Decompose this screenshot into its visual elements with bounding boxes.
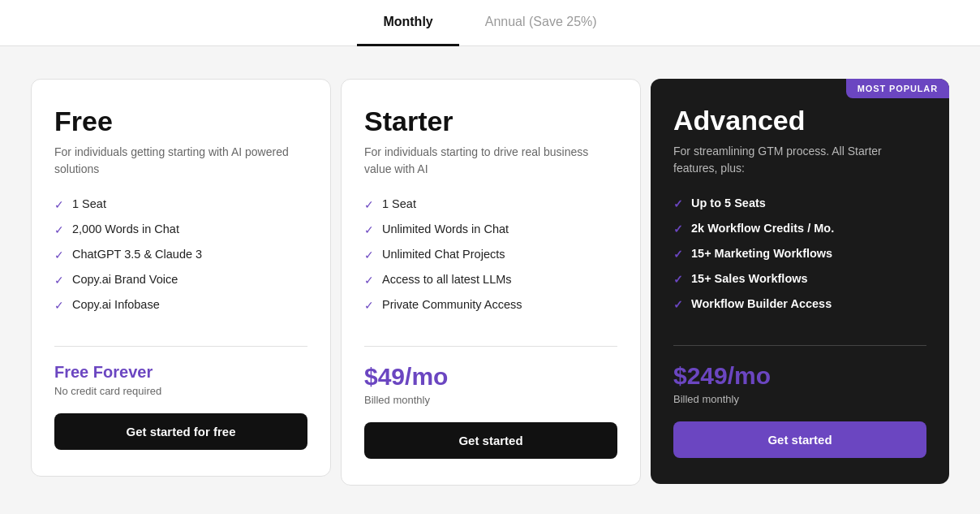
price-label-advanced: $249/mo: [673, 362, 926, 390]
price-sub-starter: Billed monthly: [364, 394, 617, 406]
feature-item: ✓Copy.ai Infobase: [54, 298, 307, 312]
plan-card-starter: Starter For individuals starting to driv…: [341, 79, 641, 486]
feature-item: ✓Unlimited Words in Chat: [364, 222, 617, 236]
price-sub-free: No credit card required: [54, 385, 307, 397]
tab-annual[interactable]: Annual (Save 25%): [459, 0, 623, 46]
plan-name-starter: Starter: [364, 106, 617, 137]
check-icon: ✓: [364, 274, 374, 287]
features-list-free: ✓1 Seat ✓2,000 Words in Chat ✓ChatGPT 3.…: [54, 197, 307, 323]
check-icon: ✓: [54, 274, 64, 287]
check-icon: ✓: [54, 299, 64, 312]
features-list-advanced: ✓Up to 5 Seats ✓2k Workflow Credits / Mo…: [673, 197, 926, 322]
price-sub-advanced: Billed monthly: [673, 393, 926, 405]
plan-desc-advanced: For streamlining GTM process. All Starte…: [673, 143, 926, 177]
check-icon: ✓: [364, 299, 374, 312]
feature-item: ✓Access to all latest LLMs: [364, 273, 617, 287]
plan-name-free: Free: [54, 106, 307, 137]
check-icon: ✓: [54, 198, 64, 211]
check-icon: ✓: [54, 248, 64, 261]
feature-item: ✓Private Community Access: [364, 298, 617, 312]
feature-item: ✓15+ Marketing Workflows: [673, 247, 926, 261]
plan-card-free: Free For individuals getting starting wi…: [31, 79, 331, 477]
feature-item: ✓Unlimited Chat Projects: [364, 248, 617, 261]
feature-item: ✓1 Seat: [364, 197, 617, 211]
tab-bar: Monthly Annual (Save 25%): [0, 0, 980, 46]
price-label-starter: $49/mo: [364, 363, 617, 391]
divider: [54, 346, 307, 347]
feature-item: ✓Copy.ai Brand Voice: [54, 273, 307, 287]
check-icon: ✓: [364, 198, 374, 211]
divider: [673, 345, 926, 346]
plan-card-advanced: MOST POPULAR Advanced For streamlining G…: [651, 79, 949, 484]
check-icon: ✓: [673, 222, 683, 235]
check-icon: ✓: [364, 248, 374, 261]
check-icon: ✓: [673, 248, 683, 261]
check-icon: ✓: [54, 223, 64, 236]
check-icon: ✓: [673, 273, 683, 286]
pricing-container: Free For individuals getting starting wi…: [11, 46, 969, 505]
check-icon: ✓: [364, 223, 374, 236]
feature-item: ✓2k Workflow Credits / Mo.: [673, 222, 926, 235]
divider: [364, 346, 617, 347]
tab-monthly[interactable]: Monthly: [357, 0, 458, 46]
plan-name-advanced: Advanced: [673, 105, 926, 136]
cta-button-advanced[interactable]: Get started: [673, 421, 926, 458]
feature-item: ✓Up to 5 Seats: [673, 197, 926, 210]
check-icon: ✓: [673, 197, 683, 210]
cta-button-free[interactable]: Get started for free: [54, 413, 307, 450]
price-label-free: Free Forever: [54, 363, 307, 382]
cta-button-starter[interactable]: Get started: [364, 422, 617, 459]
check-icon: ✓: [673, 298, 683, 311]
feature-item: ✓2,000 Words in Chat: [54, 222, 307, 236]
feature-item: ✓Workflow Builder Access: [673, 297, 926, 311]
feature-item: ✓15+ Sales Workflows: [673, 272, 926, 286]
most-popular-badge: MOST POPULAR: [846, 79, 949, 98]
feature-item: ✓ChatGPT 3.5 & Claude 3: [54, 248, 307, 261]
features-list-starter: ✓1 Seat ✓Unlimited Words in Chat ✓Unlimi…: [364, 197, 617, 323]
feature-item: ✓1 Seat: [54, 197, 307, 211]
plan-desc-free: For individuals getting starting with AI…: [54, 144, 307, 178]
plan-desc-starter: For individuals starting to drive real b…: [364, 144, 617, 178]
